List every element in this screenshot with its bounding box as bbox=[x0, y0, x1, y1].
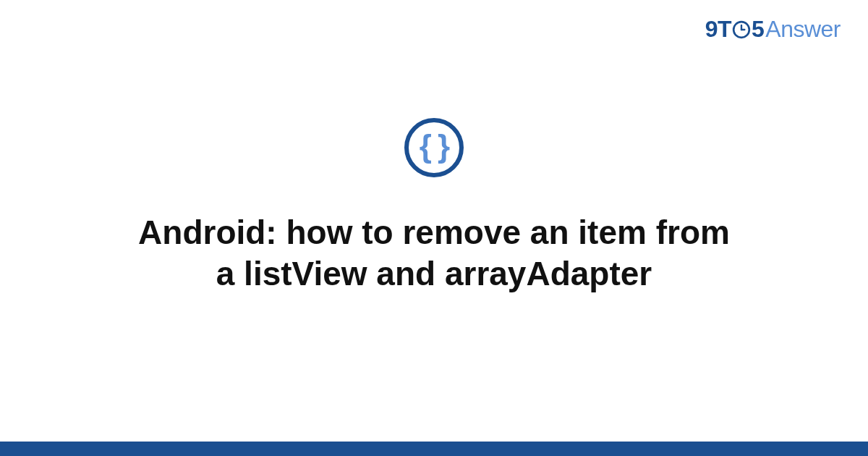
category-icon-circle: { } bbox=[404, 118, 464, 177]
main-content: { } Android: how to remove an item from … bbox=[0, 0, 868, 442]
page-title: Android: how to remove an item from a li… bbox=[101, 212, 767, 295]
footer-bar bbox=[0, 442, 868, 456]
code-braces-icon: { } bbox=[420, 130, 448, 162]
